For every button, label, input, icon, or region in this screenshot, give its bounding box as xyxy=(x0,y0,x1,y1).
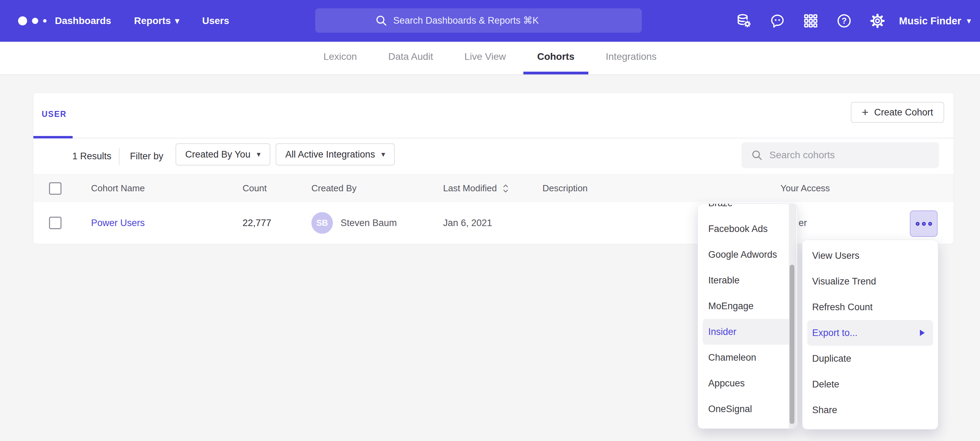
last-modified-label: Last Modified xyxy=(443,183,497,194)
menu-item-visualize-trend[interactable]: Visualize Trend xyxy=(802,268,938,294)
sort-icon[interactable] xyxy=(502,183,509,194)
global-search-input[interactable] xyxy=(393,15,583,26)
submenu-item-moengage[interactable]: MoEngage xyxy=(698,293,797,319)
created-by-filter-dropdown[interactable]: Created By You ▾ xyxy=(175,143,270,166)
submenu-item-appcues[interactable]: Appcues xyxy=(698,371,797,396)
menu-item-export-to[interactable]: Export to... xyxy=(807,320,933,346)
cohort-count: 22,777 xyxy=(243,218,271,228)
ellipsis-icon xyxy=(916,222,920,226)
results-count: 1 Results xyxy=(72,138,111,174)
settings-button[interactable] xyxy=(861,0,894,42)
global-search[interactable] xyxy=(315,8,642,33)
menu-item-view-users[interactable]: View Users xyxy=(802,243,938,268)
tab-cohorts[interactable]: Cohorts xyxy=(523,42,589,74)
apps-grid-button[interactable] xyxy=(794,0,827,42)
project-switcher[interactable]: Music Finder ▾ xyxy=(899,15,971,27)
chevron-down-icon: ▾ xyxy=(175,17,179,25)
project-name: Music Finder xyxy=(899,15,961,27)
tab-label: Cohorts xyxy=(537,51,574,62)
create-cohort-label: Create Cohort xyxy=(874,107,933,118)
submenu-scrollbar-track[interactable] xyxy=(789,204,797,428)
cohort-type-strip: USER + Create Cohort xyxy=(33,93,954,138)
chevron-down-icon: ▾ xyxy=(381,150,385,158)
cohort-search[interactable] xyxy=(741,142,939,168)
column-header-count[interactable]: Count xyxy=(243,174,267,202)
column-header-last-modified[interactable]: Last Modified xyxy=(443,174,509,202)
logo-dot xyxy=(18,16,27,26)
divider xyxy=(119,148,119,165)
nav-item-reports[interactable]: Reports▾ xyxy=(134,15,179,26)
chevron-right-icon xyxy=(920,330,925,336)
submenu-item-facebook-ads[interactable]: Facebook Ads xyxy=(698,216,797,242)
nav-links: Dashboards Reports▾ Users xyxy=(55,15,229,26)
chevron-down-icon: ▾ xyxy=(257,150,261,158)
feedback-button[interactable] xyxy=(761,0,794,42)
menu-item-refresh-count[interactable]: Refresh Count xyxy=(802,294,938,320)
tab-label: Data Audit xyxy=(388,51,433,62)
tab-label: Live View xyxy=(464,51,506,62)
tab-label: Integrations xyxy=(606,51,657,62)
row-more-actions-button[interactable] xyxy=(910,211,938,237)
ellipsis-icon xyxy=(922,222,926,226)
menu-item-duplicate[interactable]: Duplicate xyxy=(802,346,938,371)
created-by-filter-label: Created By You xyxy=(185,149,251,160)
menu-item-share[interactable]: Share xyxy=(802,397,938,423)
avatar: SB xyxy=(311,212,333,234)
integrations-filter-dropdown[interactable]: All Active Integrations ▾ xyxy=(275,143,395,166)
ellipsis-icon xyxy=(928,222,932,226)
nav-item-label: Dashboards xyxy=(55,15,111,26)
nav-item-dashboards[interactable]: Dashboards xyxy=(55,15,111,26)
cohort-table-header: Cohort Name Count Created By Last Modifi… xyxy=(33,174,954,202)
row-checkbox[interactable] xyxy=(49,217,62,229)
nav-item-users[interactable]: Users xyxy=(202,15,229,26)
feedback-icon xyxy=(769,13,785,29)
plus-icon: + xyxy=(862,106,869,118)
tab-user-cohorts[interactable]: USER xyxy=(42,110,67,119)
row-context-menu: View Users Visualize Trend Refresh Count… xyxy=(802,240,938,430)
tab-lexicon[interactable]: Lexicon xyxy=(310,42,371,74)
data-management-icon xyxy=(736,13,752,29)
apps-grid-icon xyxy=(803,13,819,29)
nav-item-label: Users xyxy=(202,15,229,26)
svg-text:?: ? xyxy=(842,16,847,26)
help-button[interactable]: ? xyxy=(827,0,861,42)
help-icon: ? xyxy=(836,13,853,29)
context-menu-list: View Users Visualize Trend Refresh Count… xyxy=(802,243,938,423)
submenu-item-onesignal[interactable]: OneSignal xyxy=(698,396,797,422)
last-modified-date: Jan 6, 2021 xyxy=(443,218,492,228)
cohort-row-power-users[interactable]: Power Users 22,777 SB Steven Baum Jan 6,… xyxy=(33,202,954,244)
column-header-description[interactable]: Description xyxy=(542,174,588,202)
settings-icon xyxy=(869,13,886,29)
cohort-search-input[interactable] xyxy=(769,150,930,161)
column-header-your-access[interactable]: Your Access xyxy=(781,174,830,202)
logo-dot xyxy=(43,19,46,22)
submenu-scrollbar-thumb[interactable] xyxy=(789,265,794,424)
data-management-button[interactable] xyxy=(727,0,761,42)
export-to-submenu: Braze Facebook Ads Google Adwords Iterab… xyxy=(697,203,797,429)
search-icon xyxy=(751,149,763,161)
menu-item-delete[interactable]: Delete xyxy=(802,371,938,397)
tab-label: Lexicon xyxy=(323,51,357,62)
create-cohort-button[interactable]: + Create Cohort xyxy=(851,102,944,123)
column-header-created-by[interactable]: Created By xyxy=(311,174,356,202)
filter-by-label: Filter by xyxy=(130,138,163,174)
tab-data-audit[interactable]: Data Audit xyxy=(374,42,447,74)
export-to-label: Export to... xyxy=(812,328,858,339)
navbar-right: ? Music Finder ▾ xyxy=(727,0,971,42)
tab-integrations[interactable]: Integrations xyxy=(592,42,670,74)
submenu-item-insider[interactable]: Insider xyxy=(703,319,792,345)
column-header-cohort-name[interactable]: Cohort Name xyxy=(91,174,145,202)
mixpanel-logo-icon[interactable] xyxy=(18,16,49,26)
submenu-item-braze[interactable]: Braze xyxy=(698,203,797,216)
submenu-item-iterable[interactable]: Iterable xyxy=(698,267,797,293)
top-navbar: Dashboards Reports▾ Users xyxy=(0,0,980,42)
your-access-value-partially-obscured: er xyxy=(799,218,807,228)
submenu-item-google-adwords[interactable]: Google Adwords xyxy=(698,242,797,267)
search-icon xyxy=(375,14,388,27)
cohort-name-link[interactable]: Power Users xyxy=(91,218,145,228)
submenu-item-chameleon[interactable]: Chameleon xyxy=(698,345,797,371)
tab-live-view[interactable]: Live View xyxy=(450,42,520,74)
select-all-checkbox[interactable] xyxy=(49,182,62,195)
filter-row: 1 Results Filter by Created By You ▾ All… xyxy=(33,138,954,174)
nav-item-label: Reports xyxy=(134,15,171,26)
